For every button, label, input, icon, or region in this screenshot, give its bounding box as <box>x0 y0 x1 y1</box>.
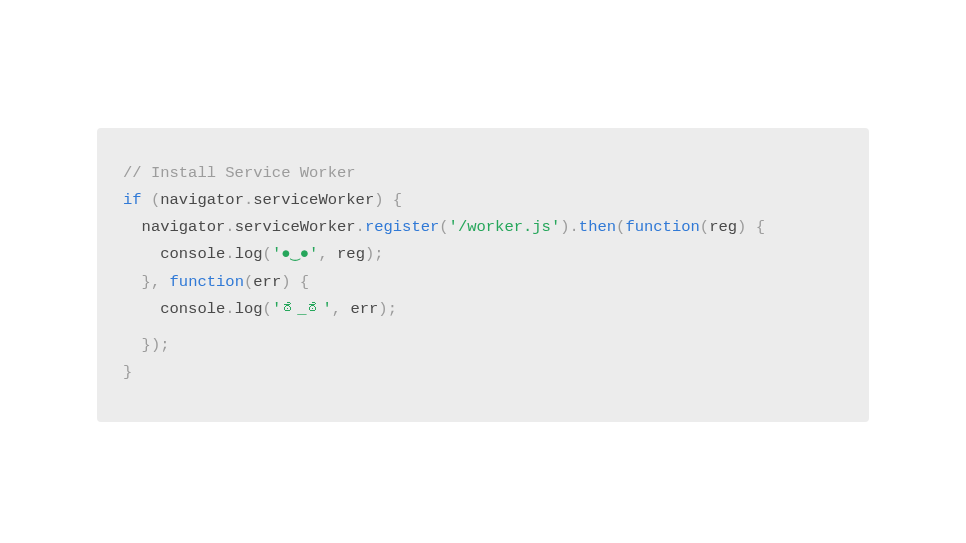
code-line-8: } <box>123 363 132 381</box>
param-reg: reg <box>709 218 737 236</box>
keyword-function: function <box>625 218 699 236</box>
identifier-console: console <box>160 300 225 318</box>
identifier-serviceWorker: serviceWorker <box>235 218 356 236</box>
blank-line <box>123 323 843 332</box>
code-line-7: }); <box>123 336 170 354</box>
code-line-1: // Install Service Worker <box>123 164 356 182</box>
identifier-err: err <box>350 300 378 318</box>
identifier-console: console <box>160 245 225 263</box>
code-line-3: navigator.serviceWorker.register('/worke… <box>123 218 765 236</box>
keyword-function: function <box>170 273 244 291</box>
string-disapproval-face: 'ಠ_ಠ' <box>272 300 332 318</box>
identifier-reg: reg <box>337 245 365 263</box>
method-register: register <box>365 218 439 236</box>
code-line-4: console.log('●‿●', reg); <box>123 245 384 263</box>
code-line-6: console.log('ಠ_ಠ', err); <box>123 300 397 318</box>
param-err: err <box>253 273 281 291</box>
code-line-5: }, function(err) { <box>123 273 309 291</box>
comment: // Install Service Worker <box>123 164 356 182</box>
method-log: log <box>235 300 263 318</box>
code-line-2: if (navigator.serviceWorker) { <box>123 191 402 209</box>
string-happy-face: '●‿●' <box>272 245 319 263</box>
method-then: then <box>579 218 616 236</box>
identifier-serviceWorker: serviceWorker <box>253 191 374 209</box>
identifier-navigator: navigator <box>160 191 244 209</box>
code-block: // Install Service Worker if (navigator.… <box>97 128 869 422</box>
method-log: log <box>235 245 263 263</box>
string-worker-url: '/worker.js' <box>449 218 561 236</box>
keyword-if: if <box>123 191 142 209</box>
identifier-navigator: navigator <box>142 218 226 236</box>
